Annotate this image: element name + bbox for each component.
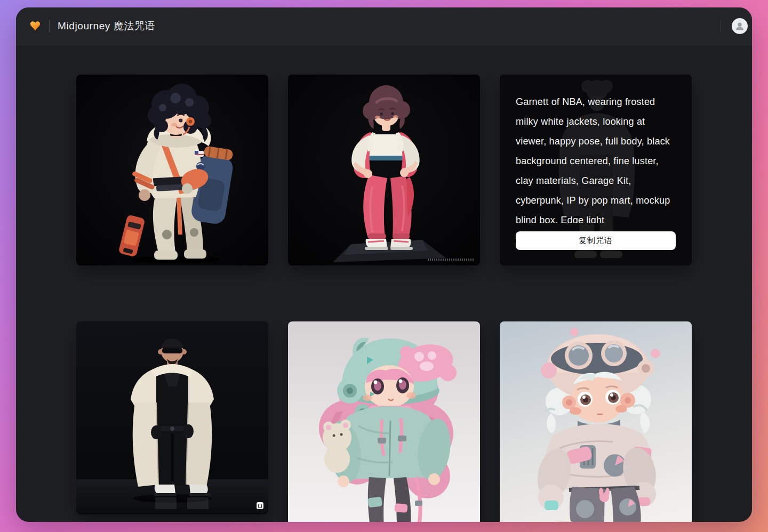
header-right-divider <box>721 20 721 32</box>
pink-tracksuit-girl-image <box>288 75 480 265</box>
gem-logo-icon <box>29 20 41 32</box>
app-title: Midjourney 魔法咒语 <box>58 19 155 33</box>
goggle-chibi-image <box>500 321 692 522</box>
gallery-card-goggle-chibi[interactable] <box>500 321 692 522</box>
gallery-card-pink-tracksuit-girl[interactable] <box>288 75 480 265</box>
avatar-button[interactable] <box>732 18 748 34</box>
trench-coat-man-image <box>76 321 268 514</box>
gallery-grid: Garnett of NBA, wearing frosted milky wh… <box>76 75 692 522</box>
watermark-text <box>428 259 475 261</box>
copy-prompt-button[interactable]: 复制咒语 <box>516 231 676 250</box>
gallery-card-astronaut-girl[interactable] <box>76 75 268 265</box>
astronaut-girl-image <box>76 75 268 265</box>
prompt-card: Garnett of NBA, wearing frosted milky wh… <box>500 75 692 265</box>
header-divider <box>49 20 50 33</box>
watermark-icon <box>257 502 263 509</box>
pink-chibi-image <box>288 321 480 522</box>
gallery-card-pink-chibi[interactable] <box>288 321 480 522</box>
gallery-card-trench-coat-man[interactable] <box>76 321 268 514</box>
user-icon <box>734 20 746 32</box>
prompt-text: Garnett of NBA, wearing frosted milky wh… <box>516 92 676 223</box>
app-header: Midjourney 魔法咒语 <box>16 7 752 45</box>
app-window: Midjourney 魔法咒语 <box>16 7 752 522</box>
